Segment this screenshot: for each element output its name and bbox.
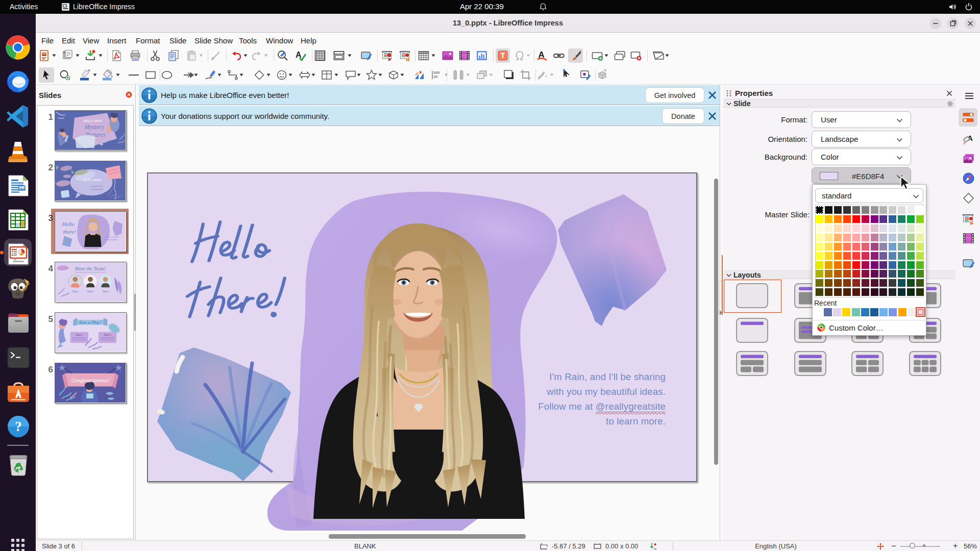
svg-text:Name: Name	[87, 290, 93, 293]
svg-text:Mystery: Mystery	[84, 123, 105, 131]
svg-text:How to Play?: How to Play?	[79, 320, 101, 325]
svg-text:Step 1: Step 1	[76, 334, 83, 336]
svg-text:Let's start: Let's start	[83, 177, 102, 182]
svg-text:REALLY GREAT: REALLY GREAT	[84, 120, 102, 122]
svg-text:Name: Name	[103, 290, 109, 293]
svg-text:?: ?	[15, 419, 22, 434]
svg-text:A: A	[296, 51, 302, 59]
svg-text:Hello: Hello	[62, 221, 75, 227]
svg-text:Name: Name	[72, 290, 79, 293]
svg-text:I'm Rain, and I'll be: I'm Rain, and I'll be	[106, 236, 119, 238]
svg-text:there!: there!	[63, 229, 77, 235]
svg-text:Step 2: Step 2	[104, 334, 111, 336]
svg-text:Meet the Team!: Meet the Team!	[75, 266, 106, 271]
svg-text:sharing my ideas: sharing my ideas	[106, 239, 118, 241]
svg-text:Congratulations!: Congratulations!	[71, 377, 110, 383]
